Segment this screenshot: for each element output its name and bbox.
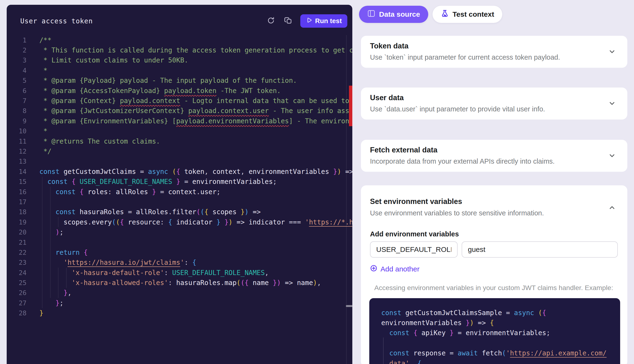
code-example-block: const getCustomJwtClaimsSample = async (… [369,298,620,364]
code-editor-panel: User access token Run test 1/**2 * This … [7,5,352,364]
run-test-label: Run test [315,17,342,25]
card-title: Set environment variables [370,197,462,206]
card-title: Token data [370,42,408,50]
line-number: 8 [7,107,27,114]
add-another-button[interactable]: Add another [370,264,419,274]
code-line[interactable]: 22 return { [7,247,352,258]
code-line[interactable]: 24 'x-hasura-default-role': USER_DEFAULT… [7,268,352,278]
line-number: 21 [7,239,27,246]
line-number: 14 [7,168,27,175]
code-line: environmentVariables }) => { [381,318,620,328]
code-line[interactable]: 8 * @param {JwtCustomizerUserContext} pa… [7,106,352,116]
code-line[interactable]: 9 * @param {EnvironmentVariables} [paylo… [7,116,352,126]
card-user-data[interactable]: User data Use `data.user` input paramete… [361,88,627,120]
flask-icon [441,9,449,19]
code-line[interactable]: 13 [7,156,352,166]
line-number: 1 [7,36,27,44]
line-number: 17 [7,198,27,206]
card-title: Fetch external data [370,146,437,154]
card-title: User data [370,94,404,102]
line-number: 19 [7,218,27,226]
tab-test-context[interactable]: Test context [432,6,502,23]
add-another-label: Add another [380,265,419,273]
add-env-variables-label: Add environment variables [370,230,459,238]
line-number: 26 [7,289,27,296]
code-line[interactable]: 21 [7,237,352,247]
refresh-button[interactable] [266,16,276,26]
card-token-data[interactable]: Token data Use `token` input parameter f… [361,36,627,68]
code-line: const getCustomJwtClaimsSample = async (… [381,308,620,318]
code-line [381,338,620,348]
indent-guide [50,187,51,298]
code-area[interactable]: 1/**2 * This function is called during t… [7,35,352,364]
scrollbar-thumb[interactable] [346,305,352,307]
code-line[interactable]: 19 scopes.every(({ resource: { indicator… [7,217,352,227]
indent-guide [66,268,67,288]
indent-guide [58,217,59,227]
editor-scrollbar-track [346,35,347,364]
chevron-up-icon[interactable] [608,204,616,212]
code-line: data', { [381,358,620,364]
code-line[interactable]: 28} [7,308,352,318]
code-line[interactable]: 10 * [7,126,352,136]
plus-circle-icon [370,264,377,274]
error-overview-marker [349,86,352,126]
indent-guide [58,268,59,298]
code-line[interactable]: 2 * This function is called during the a… [7,45,352,55]
line-number: 16 [7,188,27,196]
code-line[interactable]: 16 const { roles: allRoles } = context.u… [7,187,352,197]
code-line[interactable]: 14const getCustomJwtClaims = async ({ to… [7,166,352,176]
copy-button[interactable] [283,16,294,26]
code-line[interactable]: 23 'https://hasura.io/jwt/claims': { [7,258,352,268]
code-line[interactable]: 17 [7,197,352,207]
copy-icon [284,16,293,26]
line-number: 15 [7,178,27,185]
code-line[interactable]: 1/** [7,35,352,45]
panel-tabs: Data source Test context [359,6,502,23]
card-set-environment-variables: Set environment variables Use environmen… [361,185,627,364]
line-number: 12 [7,148,27,155]
card-fetch-external-data[interactable]: Fetch external data Incorporate data fro… [361,140,627,172]
code-line[interactable]: 7 * @param {Context} payload.context - L… [7,96,352,106]
code-line[interactable]: 4 * [7,65,352,76]
line-number: 22 [7,249,27,256]
chevron-down-icon[interactable] [608,152,616,159]
code-line[interactable]: 27 }; [7,298,352,308]
code-line[interactable]: 6 * @param {AccessTokenPayload} payload.… [7,86,352,96]
chevron-down-icon[interactable] [608,48,616,55]
card-description: Use environment variables to store sensi… [370,209,544,217]
line-number: 24 [7,269,27,276]
code-line[interactable]: 3 * Limit custom claims to under 50KB. [7,55,352,65]
code-line[interactable]: 26 }, [7,288,352,298]
code-line: const response = await fetch('https://ap… [381,348,620,358]
line-number: 25 [7,279,27,286]
code-line[interactable]: 18 const hasuraRoles = allRoles.filter((… [7,207,352,217]
line-number: 4 [7,67,27,74]
indent-guide [383,338,384,364]
code-line: const { apiKey } = environmentVariables; [381,328,620,338]
line-number: 23 [7,259,27,266]
code-line[interactable]: 11 * @returns The custom claims. [7,136,352,146]
card-description: Incorporate data from your external APIs… [370,158,555,165]
tab-data-source[interactable]: Data source [359,6,428,23]
env-key-input[interactable] [370,242,458,258]
chevron-down-icon[interactable] [608,100,616,107]
editor-title: User access token [20,17,93,25]
code-line[interactable]: 15 const { USER_DEFAULT_ROLE_NAMES } = e… [7,176,352,186]
code-line[interactable]: 12 */ [7,146,352,156]
play-icon [306,17,312,25]
line-number: 9 [7,117,27,125]
code-line[interactable]: 20 ); [7,227,352,237]
card-description: Use `data.user` input parameter to provi… [370,105,545,113]
code-line[interactable]: 25 'x-hasura-allowed-roles': hasuraRoles… [7,278,352,288]
card-description: Use `token` input parameter for current … [370,54,560,61]
indent-guide [42,177,43,308]
run-test-button[interactable]: Run test [300,14,347,28]
code-line[interactable]: 5 * @param {Payload} payload - The input… [7,76,352,86]
line-number: 20 [7,228,27,236]
tab-data-source-label: Data source [379,10,420,18]
line-number: 3 [7,56,27,64]
env-value-input[interactable] [462,242,618,258]
line-number: 5 [7,77,27,84]
env-example-caption: Accessing environment variables in your … [374,284,613,292]
